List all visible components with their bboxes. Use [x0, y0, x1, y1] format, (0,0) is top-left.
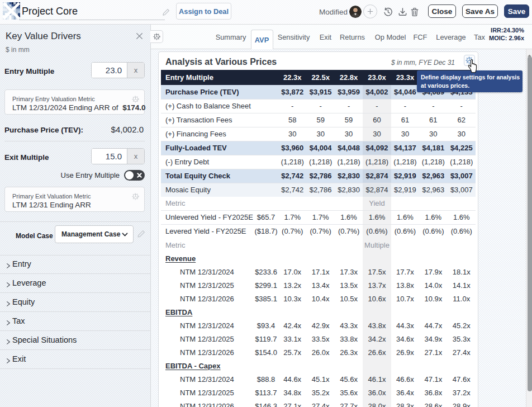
avp-cell — [306, 305, 334, 319]
close-button[interactable]: Close — [428, 4, 456, 18]
avp-row: EBITDA - Capex — [161, 359, 476, 372]
avp-metric-value: $65.7 — [254, 210, 278, 224]
avp-value: $2,830 — [335, 169, 363, 183]
avp-row-label: NTM 12/31/2025 — [161, 278, 254, 292]
entry-multiple-label: Entry Multiple — [4, 67, 54, 75]
tab-avp[interactable]: AVP — [251, 30, 273, 49]
avp-value: 37.2x — [448, 386, 476, 399]
avp-row-label: Total Equity Check — [161, 169, 278, 183]
avp-value: $4,225 — [448, 141, 476, 155]
section-label: Tax — [12, 316, 25, 325]
entry-multiple-unit-button[interactable]: x — [127, 63, 144, 78]
card-value: LTM 12/31/2024 Ending ARR of $174.0 — [12, 103, 145, 112]
purchase-price-value: $4,002.0 — [111, 125, 144, 134]
avp-row: NTM 12/31/2024$93.442.4x42.9x43.3x43.8x4… — [161, 319, 476, 332]
delete-button[interactable] — [410, 7, 420, 17]
avp-row: NTM 12/31/2024$88.844.6x45.1x45.6x46.1x4… — [161, 372, 476, 386]
avp-value: 17.7x — [391, 265, 419, 278]
tab-tax[interactable]: Tax — [469, 25, 490, 49]
exit-multiple-input[interactable]: 15.0 — [92, 149, 127, 164]
use-entry-multiple-toggle[interactable] — [124, 170, 145, 181]
sidebar-section-equity[interactable]: Equity — [0, 293, 151, 312]
tab-summary[interactable]: Summary — [213, 25, 249, 49]
avp-value: 27.4x — [306, 399, 334, 407]
avp-value: (1,218) — [419, 155, 447, 169]
avp-cell — [278, 252, 306, 265]
avp-value: 44.7x — [419, 319, 447, 332]
chevron-right-icon — [5, 337, 11, 343]
avp-value: 10.6x — [363, 292, 391, 305]
avp-metric-value: $154.0 — [254, 346, 278, 359]
tab-sensitivity[interactable]: Sensitivity — [273, 25, 315, 49]
avp-value: 46.1x — [363, 372, 391, 386]
avp-value: 14.1x — [448, 278, 476, 292]
avp-cell — [391, 359, 419, 372]
vertical-scrollbar[interactable] — [526, 49, 532, 407]
chevron-right-icon — [5, 356, 11, 362]
tab-returns[interactable]: Returns — [336, 25, 368, 49]
download-button[interactable] — [397, 7, 408, 17]
gear-icon[interactable] — [132, 192, 139, 200]
user-avatar[interactable] — [349, 6, 362, 18]
avp-value: 45.2x — [448, 319, 476, 332]
assign-to-deal-button[interactable]: Assign to Deal — [176, 3, 231, 20]
avp-value: 1.6% — [335, 210, 363, 224]
sidebar-section-tax[interactable]: Tax — [0, 312, 151, 331]
model-title-input[interactable]: Project Core — [19, 3, 165, 20]
divider — [4, 141, 145, 141]
avp-value: (0.6%) — [448, 224, 476, 238]
avp-value: - — [391, 99, 419, 113]
avp-cell — [306, 252, 334, 265]
entry-multiple-input[interactable]: 23.0 — [92, 63, 127, 78]
avp-metric-value: $93.4 — [254, 319, 278, 332]
avp-value: 30 — [363, 127, 391, 141]
avp-row-label: Purchase Price (TEV) — [161, 85, 278, 99]
avp-value: 13.7x — [363, 278, 391, 292]
panel-toggle-button[interactable] — [150, 30, 163, 43]
avp-cell — [448, 359, 476, 372]
avp-value: $2,742 — [278, 183, 306, 197]
sidebar-section-special-situations[interactable]: Special Situations — [0, 331, 151, 350]
tab-exit[interactable]: Exit — [315, 25, 336, 49]
avp-row: Mosaic Equity$2,742$2,786$2,830$2,874$2,… — [161, 183, 476, 197]
avp-value: 30 — [335, 127, 363, 141]
edit-title-pencil-icon[interactable] — [162, 8, 170, 16]
exit-multiple-unit-button[interactable]: x — [127, 149, 144, 164]
divider — [0, 221, 151, 222]
close-panel-icon[interactable] — [135, 32, 144, 41]
tab-fcf[interactable]: FCF — [410, 25, 431, 49]
gear-icon[interactable] — [132, 95, 139, 102]
sidebar-section-exit[interactable]: Exit — [0, 350, 151, 369]
save-as-button[interactable]: Save As — [462, 4, 498, 18]
avp-row: (-) Entry Debt(1,218)(1,218)(1,218)(1,21… — [161, 155, 476, 169]
toggle-knob — [125, 171, 134, 179]
avp-row-label: Levered Yield - FY2025E — [161, 224, 254, 238]
avp-value: 35.3x — [448, 332, 476, 346]
avp-value: (0.6%) — [419, 224, 447, 238]
model-case-select[interactable]: Management Case — [55, 225, 134, 243]
edit-case-pencil-icon — [137, 230, 145, 238]
avp-row: Total Equity Check$2,742$2,786$2,830$2,8… — [161, 169, 476, 183]
units-note: $ in mm, FYE Dec 31 — [391, 59, 455, 67]
avp-value: 10.3x — [278, 292, 306, 305]
model-case-label: Model Case — [16, 232, 53, 240]
tab-op-model[interactable]: Op Model — [370, 25, 410, 49]
exit-multiple-label: Exit Multiple — [4, 153, 49, 162]
avp-row-label: Mosaic Equity — [161, 183, 278, 197]
sidebar-section-leverage[interactable]: Leverage — [0, 274, 151, 293]
avp-value: 1.6% — [419, 210, 447, 224]
tab-leverage[interactable]: Leverage — [433, 25, 469, 49]
avp-value: 36.8x — [419, 386, 447, 399]
avp-cell — [278, 197, 306, 210]
avp-value: 27.4x — [448, 346, 476, 359]
add-collaborator-button[interactable] — [363, 4, 377, 18]
avp-cell — [391, 252, 419, 265]
scroll-up-arrow-icon[interactable] — [527, 50, 532, 55]
sidebar-section-entry[interactable]: Entry — [0, 255, 151, 274]
avp-group-label: Yield — [363, 197, 391, 210]
version-history-button[interactable] — [383, 7, 393, 17]
avp-row: NTM 12/31/2025$119.733.1x33.5x33.8x34.2x… — [161, 332, 476, 346]
scrollbar-thumb[interactable] — [528, 56, 532, 391]
tab-bar: SummaryAVPSensitivityExitReturnsOp Model… — [151, 25, 532, 49]
save-button[interactable]: Save — [504, 4, 529, 18]
